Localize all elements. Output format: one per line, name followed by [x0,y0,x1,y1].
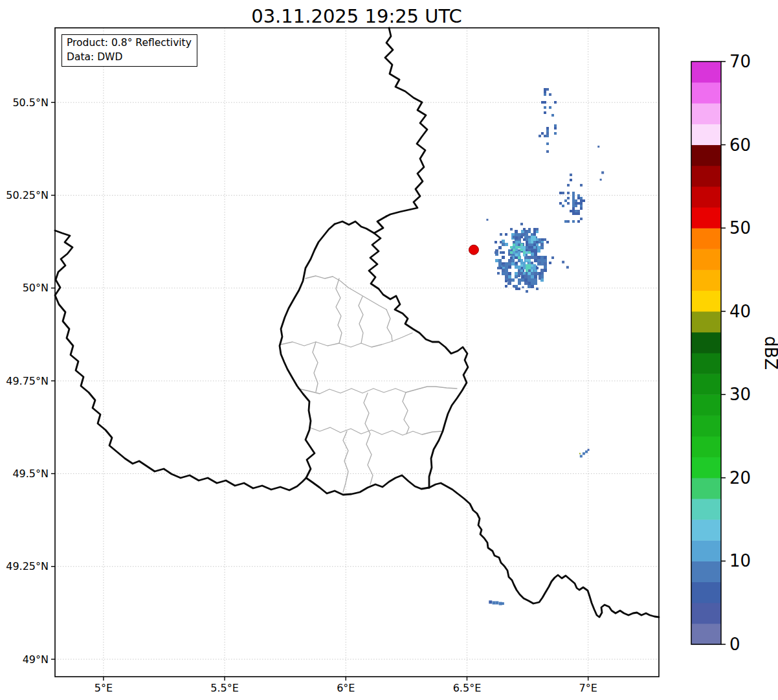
echo-main-echo-light-n [515,249,518,251]
echo-main-echo-fringe [513,236,515,238]
echo-ne-lobe [536,241,539,243]
echo-main-echo-light-n [528,251,531,254]
colorbar-segment-15dBZ [691,499,721,520]
echo-northeast-core [572,194,575,197]
echo-main-echo-fringe [495,251,497,254]
echo-main-echo-core [531,272,534,275]
echo-northeast-cluster [583,199,585,202]
echo-main-echo-core [544,259,547,262]
echo-main-echo-fringe [510,228,513,231]
echo-north-speck-line [554,101,557,104]
colorbar-segment-40dBZ [691,291,721,312]
echo-main-echo-core [518,278,521,282]
echo-main-echo-core [524,275,528,278]
gridlines [55,28,659,677]
colorbar-segment-22.5dBZ [691,436,721,458]
echo-main-echo-light-s [523,272,526,275]
border-luxembourg-belgium [280,224,335,478]
echo-main-echo-fringe [515,262,518,264]
border-germany-france [429,483,659,617]
echo-main-echo-core [508,272,511,275]
echo-pixel-2 [601,172,604,174]
colorbar-segment-7.5dBZ [691,561,721,582]
echo-main-echo-light-s [520,269,523,272]
echo-main-echo-light-n [513,246,515,249]
echo-main-echo-core [528,275,531,278]
border-france-belgium [55,231,306,490]
echo-main-echo-light-s [528,259,531,262]
echo-main-echo-light-n [515,254,518,256]
echo-main-echo-core [505,262,508,265]
echo-main-echo-core [537,256,540,259]
echo-northeast-cluster [580,197,583,199]
echo-north-speck-line [549,106,551,109]
echo-main-echo-light-n [518,254,520,256]
echo-north-speck-line [546,135,549,137]
echo-northeast-core [570,210,572,212]
colorbar-segment-42.5dBZ [691,269,721,291]
echo-main-echo-aqua [528,267,531,269]
echo-main-echo-fringe [505,280,507,282]
border-luxembourg-france [306,475,429,495]
echo-northeast-cluster [564,199,567,202]
echo-north-speck-line [554,132,557,135]
y-tick-label-3: 49.75°N [6,375,49,387]
echo-ne-lobe [533,241,536,243]
echo-main-echo-core [531,275,534,278]
echo-north-speck-line [544,88,546,91]
echo-northeast-core [572,205,575,207]
x-tick-label-4: 7°E [579,682,597,694]
echo-ne-lobe [533,246,536,249]
echo-north-speck-line [544,101,546,104]
echo-ne-lobe [528,236,531,238]
canton-line [309,427,443,435]
echo-main-echo-core [544,262,547,265]
echo-main-echo-core [534,256,537,259]
echo-north-speck-line [546,130,549,132]
echo-main-echo-light-n [518,241,520,243]
echo-main-echo-fringe [513,241,515,243]
echo-main-echo-fringe [502,251,505,254]
canton-line [403,392,409,434]
echo-main-echo-aqua [526,267,528,269]
echo-northeast-cluster [572,220,575,223]
echo-northeast-cluster [567,202,570,205]
echo-main-echo-core [515,265,518,269]
echo-main-echo-light-s [520,264,523,267]
echo-main-echo-fringe [544,256,546,259]
echo-main-echo-core [508,275,511,278]
echo-ne-lobe [526,233,528,236]
echo-main-echo-core [521,278,524,282]
echo-main-echo-core [534,272,537,275]
colorbar-segment-60dBZ [691,124,721,145]
echo-main-echo-light-n [515,241,518,243]
echo-north-speck-line [546,142,549,145]
echo-ne-lobe [526,246,528,249]
echo-north-speck-line [544,91,546,93]
echo-main-echo-core [524,278,528,282]
echo-main-echo-core [534,278,537,282]
echo-main-echo-core [537,246,540,249]
colorbar-segment-62.5dBZ [691,103,721,124]
echo-main-echo-light-n [520,246,523,249]
echo-main-echo-core [498,259,502,262]
echo-main-echo-fringe [510,256,513,259]
echo-pixel-1 [597,146,599,148]
echo-main-echo-light-s [523,262,526,264]
echo-north-speck-line [544,106,546,109]
echo-northeast-core [575,212,577,215]
radar-echo-layer [486,88,604,605]
echo-main-echo-fringe [497,272,500,275]
echo-pixel-16 [502,602,504,605]
echo-main-echo-fringe [500,241,502,243]
echo-northeast-cluster [567,192,570,194]
colorbar-tick-label-60: 60 [729,135,751,155]
colorbar-tick-label-30: 30 [729,385,751,404]
echo-main-echo-light-s [523,267,526,269]
echo-ne-lobe [528,246,531,249]
echo-main-echo-light-n [510,251,513,254]
echo-northeast-core [572,197,575,199]
echo-northeast-cluster [577,194,580,197]
echo-main-echo-fringe [531,246,533,249]
echo-north-speck-line [544,111,546,114]
